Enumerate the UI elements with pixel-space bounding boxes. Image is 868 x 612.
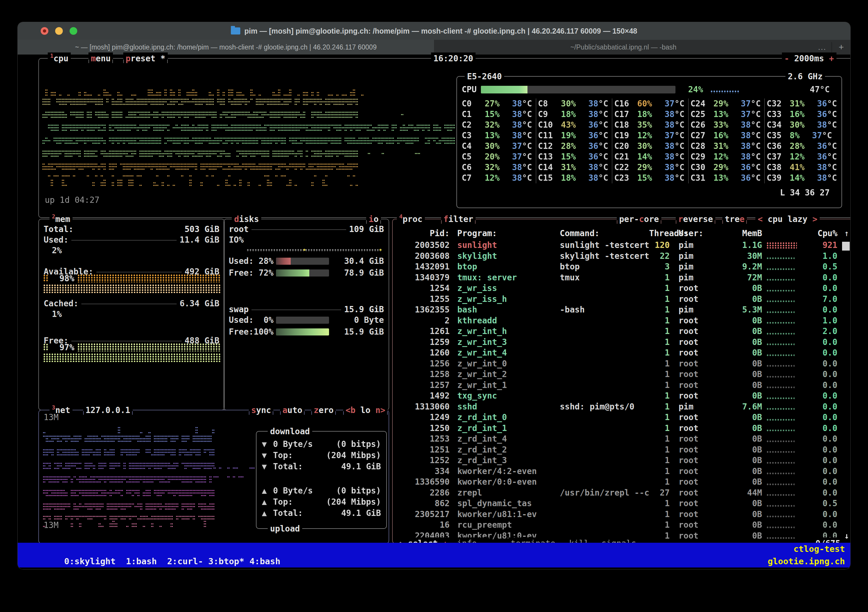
upload-label: Total: <box>273 508 303 519</box>
process-row[interactable]: 862spl_dynamic_tas1root0B0.5 <box>393 498 850 509</box>
tab-mosh-session[interactable]: ~ — [mosh] pim@glootie.ipng.ch: /home/pi… <box>18 40 434 54</box>
process-command <box>560 412 649 423</box>
tab-overflow-button[interactable]: ... <box>813 43 832 52</box>
column-header-pid[interactable]: Pid: <box>397 228 450 239</box>
process-row[interactable]: 1492txg_sync1root0B0.0 <box>393 390 850 401</box>
load-average-value: L 34 36 27 <box>780 187 830 198</box>
zoom-button[interactable] <box>70 27 77 35</box>
filter-button[interactable]: filter <box>441 213 476 225</box>
process-row[interactable]: 1261z_wr_int_h1root0B2.0 <box>393 326 850 337</box>
core-load: 12% <box>637 130 652 141</box>
column-header-command[interactable]: Command: <box>560 228 649 239</box>
process-threads: 1 <box>649 390 670 401</box>
core-temp-unit: °C <box>598 141 612 152</box>
per-core-pre: per- <box>619 214 639 224</box>
core-name: C33 <box>767 109 790 120</box>
process-row[interactable]: 2003608skylightskylight -testcert22pim30… <box>393 251 850 262</box>
cpu-temp-unit: °C <box>820 85 830 95</box>
disk-swap-used-value: 0 Byte <box>354 315 384 325</box>
process-pid: 1253 <box>397 434 450 445</box>
process-threads: 1 <box>649 358 670 369</box>
cpu-meter-dots <box>766 537 795 539</box>
interval-decrease-button[interactable]: - <box>784 54 789 64</box>
minimize-button[interactable] <box>55 27 63 35</box>
core-temp-unit: °C <box>674 120 688 130</box>
tab-bash-session[interactable]: ~/Public/sabbatical.ipng.nl — -bash <box>434 40 813 54</box>
core-name: C24 <box>691 98 713 109</box>
per-core-toggle[interactable]: per-core <box>617 213 661 225</box>
core-name: C21 <box>614 152 637 162</box>
process-row[interactable]: 1432091btopbtop3pim9.2M0.5 <box>393 262 850 273</box>
column-header-memb[interactable]: MemB <box>720 228 762 239</box>
process-memory: 0B <box>720 337 762 348</box>
process-row[interactable]: 1256z_wr_int_01root0B0.0 <box>393 358 850 369</box>
process-row[interactable]: 1253z_rd_int_41root0B0.0 <box>393 434 850 445</box>
process-pid: 1251 <box>397 445 450 456</box>
menu-button[interactable]: menu <box>88 53 113 64</box>
process-row[interactable]: 1251z_rd_int_21root0B0.0 <box>393 445 850 456</box>
tab-label: ~/Public/sabbatical.ipng.nl — -bash <box>570 43 676 51</box>
interval-increase-button[interactable]: + <box>829 54 834 64</box>
sort-prev-button[interactable]: < <box>758 214 763 224</box>
process-row[interactable]: 1259z_wr_int_31root0B0.0 <box>393 337 850 348</box>
sort-next-button[interactable]: > <box>812 214 817 224</box>
core-temp-unit: °C <box>827 162 840 173</box>
tab-label: ~ — [mosh] pim@glootie.ipng.ch: /home/pi… <box>75 43 377 51</box>
process-row[interactable]: 1250z_rd_int_11root0B0.0 <box>393 423 850 434</box>
process-command <box>560 498 649 509</box>
process-row[interactable]: 1258z_wr_int_21root0B0.0 <box>393 369 850 380</box>
process-command <box>560 390 649 401</box>
column-header-program[interactable]: Program: <box>457 228 560 239</box>
process-row[interactable]: 334kworker/4:2-even1root0B0.0 <box>393 466 850 477</box>
column-header-cpu%[interactable]: Cpu% <box>804 228 837 239</box>
process-row[interactable]: 1255z_wr_iss_h1root0B7.0 <box>393 294 850 305</box>
process-row[interactable]: 1313060sshdsshd: pim@pts/01pim7.6M0.0 <box>393 401 850 412</box>
process-row[interactable]: 1257z_wr_int_11root0B0.0 <box>393 380 850 391</box>
process-row[interactable]: 2286zrepl/usr/bin/zrepl --co27root44M0.0 <box>393 488 850 499</box>
scroll-indicator <box>837 262 849 273</box>
process-cpu: 0.0 <box>804 347 837 358</box>
process-row[interactable]: 1336590kworker/0:0-even1root0B0.0 <box>393 477 850 488</box>
close-button[interactable] <box>41 27 48 35</box>
scrollbar-thumb[interactable] <box>842 242 850 251</box>
column-header-threads[interactable]: Threads: <box>649 228 670 239</box>
reverse-post: everse <box>683 214 713 224</box>
process-cpu: 0.0 <box>804 273 837 283</box>
process-name: z_wr_int_0 <box>457 358 560 369</box>
new-tab-button[interactable]: + <box>831 42 850 52</box>
preset-button[interactable]: preset * <box>123 53 168 64</box>
tmux-windows-line[interactable]: 0:skylight 1:bash 2:curl- 3:btop* 4:bash… <box>18 543 850 555</box>
process-cpu-meter <box>762 380 804 391</box>
reverse-toggle[interactable]: reverse <box>676 213 715 225</box>
process-row[interactable]: 1260z_wr_int_41root0B0.0 <box>393 347 850 358</box>
preset-label: reset * <box>130 54 166 64</box>
process-row[interactable]: 1252z_rd_int_31root0B0.0 <box>393 455 850 466</box>
process-row[interactable]: 16rcu_preempt1root0B0.0 <box>393 520 850 531</box>
core-load: 15% <box>485 109 500 120</box>
cpu-meter-dots <box>766 429 795 432</box>
process-row[interactable]: 1249z_rd_int_01root0B0.0 <box>393 412 850 423</box>
tree-toggle[interactable]: tree <box>722 213 747 225</box>
core-temp: 38 <box>652 152 674 162</box>
core-name: C28 <box>691 141 713 152</box>
mem-cached-percent: 1% <box>52 309 62 319</box>
process-row[interactable]: 1340379tmux: servertmux1pim72M0.0 <box>393 273 850 283</box>
io-mode-button[interactable]: io <box>366 213 381 225</box>
process-cpu-meter <box>762 283 804 294</box>
process-row[interactable]: 2003502sunlightsunlight -testcert120pim1… <box>393 240 850 251</box>
cpu-meter-dots <box>766 451 795 453</box>
tmux-windows-line-2[interactable]: 0:irssi- 1:ssh* 2:ssh 3:ssh glootie.ipng… <box>18 555 850 567</box>
core-name: C38 <box>767 162 790 173</box>
process-memory: 0B <box>720 498 762 509</box>
column-header-meter[interactable] <box>762 228 804 239</box>
process-row[interactable]: 2305217kworker/u81:1-ev1root0B0.0 <box>393 509 850 520</box>
column-header-user[interactable]: User: <box>679 228 720 239</box>
disk-root-name: root <box>229 224 248 235</box>
process-name: z_wr_iss <box>457 283 560 294</box>
process-row[interactable]: 2kthreadd1root0B1.0 <box>393 315 850 326</box>
process-memory: 0B <box>720 326 762 337</box>
process-memory: 44M <box>720 488 762 499</box>
process-row[interactable]: 1362355bash-bash1pim5.3M0.0 <box>393 305 850 315</box>
process-row[interactable]: 1254z_wr_iss1root0B0.0 <box>393 283 850 294</box>
core-temp: 37 <box>500 152 522 162</box>
